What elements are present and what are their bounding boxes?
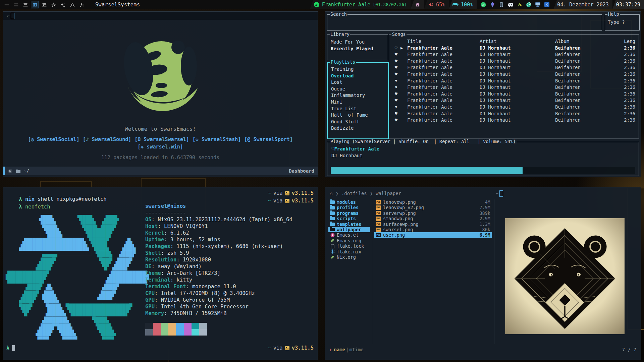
playlist-item-Training[interactable]: Training xyxy=(331,66,385,73)
dir-item-modules[interactable]: modules xyxy=(328,199,370,205)
file-item-swarsel.png[interactable]: PNGswarsel.png86k xyxy=(374,227,492,232)
file-item-user.png[interactable]: PNGuser.png6.9M xyxy=(374,232,492,238)
playlist-item-Inflammatory[interactable]: Inflammatory xyxy=(331,92,385,99)
bluetooth-icon[interactable] xyxy=(544,2,550,8)
workspace-button-六[interactable] xyxy=(50,1,58,8)
heart-filled-icon[interactable]: ♥ xyxy=(392,97,400,104)
openvpn-icon[interactable] xyxy=(517,2,523,8)
heart-filled-icon[interactable]: ♥ xyxy=(392,104,400,111)
dashboard-link-SwarselStash[interactable]: [◇ SwarselStash] xyxy=(193,136,241,142)
playlists-label: Playlists xyxy=(330,60,356,65)
song-row-8[interactable]: ♥Frankfurter AaleDJ HornhautBeifahren2:3… xyxy=(392,91,636,98)
song-row-6[interactable]: ♥Frankfurter AaleDJ HornhautBeifahren2:3… xyxy=(392,78,636,84)
heart-filled-icon[interactable]: ♥ xyxy=(392,78,400,84)
workspace-button-五[interactable] xyxy=(40,1,48,8)
dir-item-wallpaper[interactable]: wallpaper xyxy=(328,227,370,232)
phone-sync-icon[interactable] xyxy=(498,2,504,8)
checkmark-icon[interactable] xyxy=(480,2,486,8)
heart-filled-icon[interactable]: ♥ xyxy=(392,64,400,71)
now-playing-track: Frankfurter Aale xyxy=(322,2,371,8)
workspace-button-九[interactable] xyxy=(78,1,86,8)
song-row-9[interactable]: ♥Frankfurter AaleDJ HornhautBeifahren2:3… xyxy=(392,97,636,104)
song-row-5[interactable]: ♥Frankfurter AaleDJ HornhautBeifahren2:3… xyxy=(392,71,636,78)
song-row-4[interactable]: ♥Frankfurter AaleDJ HornhautBeifahren2:3… xyxy=(392,64,636,71)
date-widget[interactable]: 04. Dezember 2023 xyxy=(553,0,612,9)
sort-primary[interactable]: name xyxy=(334,347,345,352)
terminal-prompt-line[interactable]: λ xyxy=(6,345,15,351)
progress-bar[interactable] xyxy=(331,167,635,174)
song-row-12[interactable]: ♥Frankfurter AaleDJ HornhautBeifahren2:3… xyxy=(392,117,636,124)
file-name: lenovowp_v2.png xyxy=(383,205,424,210)
volume-widget[interactable]: 65% xyxy=(424,0,449,9)
dir-item-programs[interactable]: programs xyxy=(328,210,370,216)
file-item-serverwp.png[interactable]: PNGserverwp.png389k xyxy=(374,210,492,216)
library-item-Recently Played[interactable]: Recently Played xyxy=(331,46,384,52)
discord-icon[interactable] xyxy=(507,2,514,8)
heart-filled-icon[interactable]: ♥ xyxy=(392,91,400,98)
song-row-7[interactable]: ♥Frankfurter AaleDJ HornhautBeifahren2:3… xyxy=(392,84,636,91)
dir-item-flake.nix[interactable]: flake.nix xyxy=(328,249,370,254)
workspace-button-八[interactable] xyxy=(68,1,76,8)
dashboard-link-SwarselSwarsel[interactable]: [Ω SwarselSwarsel] xyxy=(135,136,189,142)
display-icon[interactable] xyxy=(535,2,541,8)
breadcrumb-wallpaper[interactable]: wallpaper xyxy=(376,191,401,196)
library-item-Made For You[interactable]: Made For You xyxy=(331,39,384,46)
item-name: scripts xyxy=(337,216,356,221)
dashboard-link-SwarselSport[interactable]: [@ SwarselSport] xyxy=(244,136,293,142)
sort-secondary[interactable]: mtime xyxy=(350,347,364,352)
heart-filled-icon[interactable]: ♥ xyxy=(392,111,400,117)
playlist-item-Queue[interactable]: Queue xyxy=(331,86,385,93)
heart-filled-icon[interactable]: ♥ xyxy=(392,84,400,91)
search-input[interactable] xyxy=(327,15,602,30)
dir-item-Nix.org[interactable]: Nix.org xyxy=(328,254,370,260)
song-row-10[interactable]: ♥Frankfurter AaleDJ HornhautBeifahren2:3… xyxy=(392,104,636,111)
heart-filled-icon[interactable]: ♥ xyxy=(392,51,400,58)
playlist-item-Lost[interactable]: Lost xyxy=(331,79,385,86)
heart-filled-icon[interactable]: ♥ xyxy=(392,58,400,65)
file-item-lenovowp.png[interactable]: PNGlenovowp.png4M xyxy=(374,199,492,205)
song-row-1[interactable]: ♡▶Frankfurter AaleDJ HornhautBeifahren2:… xyxy=(392,45,636,52)
song-row-3[interactable]: ♥Frankfurter AaleDJ HornhautBeifahren2:3… xyxy=(392,58,636,65)
sort-direction-icon[interactable]: ↑ xyxy=(329,347,332,352)
clock-widget[interactable]: 03:37:29 xyxy=(612,0,644,9)
workspace-button-三[interactable] xyxy=(21,1,30,8)
dir-item-flake.lock[interactable]: flake.lock xyxy=(328,243,370,249)
search-box[interactable]: Search xyxy=(327,14,602,31)
playlist-item-Badizzle[interactable]: Badizzle xyxy=(331,125,385,132)
file-item-surfacewp.png[interactable]: PNGsurfacewp.png1.3M xyxy=(374,222,492,227)
song-album: Beifahren xyxy=(555,51,616,58)
playlist-item-True List[interactable]: True List xyxy=(331,106,385,112)
dir-item-scripts[interactable]: scripts xyxy=(328,216,370,221)
workspace-button-二[interactable] xyxy=(12,1,20,8)
heart-outline-icon[interactable]: ♡ xyxy=(392,45,400,52)
dashboard-link-SwarselSocial[interactable]: [◎ SwarselSocial] xyxy=(28,136,79,142)
song-row-2[interactable]: ♥Frankfurter AaleDJ HornhautBeifahren2:3… xyxy=(392,51,636,58)
playlist-item-Good Stuff[interactable]: Good Stuff xyxy=(331,119,385,125)
syncthing-icon[interactable] xyxy=(526,2,532,8)
item-name: programs xyxy=(337,210,359,216)
workspace-button-七[interactable] xyxy=(59,1,67,8)
dir-item-templates[interactable]: templates xyxy=(328,222,370,227)
dashboard-link-swarsel.win[interactable]: [◈ swarsel.win] xyxy=(138,144,183,150)
heart-filled-icon[interactable]: ♥ xyxy=(392,117,400,124)
now-playing-widget[interactable]: Frankfurter Aale [01:38/02:36] xyxy=(310,0,411,9)
workspace-button-四[interactable] xyxy=(31,1,39,8)
gem-icon[interactable] xyxy=(489,2,495,8)
dir-item-profiles[interactable]: profiles xyxy=(328,205,370,210)
castle-tray-section[interactable] xyxy=(411,0,424,9)
playlist-item-Mini[interactable]: Mini xyxy=(331,99,385,106)
breadcrumb-dotfiles[interactable]: .dotfiles xyxy=(341,191,367,196)
nixos-logo-ascii: ▗▄▄▄ ▗▄▄▄▄ ▄▄▄▖ ▜███▙ ▜███▙ ▟███▛ ▜███▙ … xyxy=(6,212,149,343)
battery-widget[interactable]: 100% xyxy=(449,0,477,9)
dir-item-Emacs.el[interactable]: Emacs.el xyxy=(328,232,370,238)
file-item-standwp.png[interactable]: PNGstandwp.png2.9M xyxy=(374,216,492,221)
dir-item-Emacs.org[interactable]: Emacs.org xyxy=(328,238,370,243)
heart-filled-icon[interactable]: ♥ xyxy=(392,71,400,78)
home-icon[interactable]: ⌂ xyxy=(330,191,332,196)
playlist-item-Overload[interactable]: Overload xyxy=(331,73,385,79)
song-row-11[interactable]: ♥Frankfurter AaleDJ HornhautBeifahren2:3… xyxy=(392,111,636,117)
workspace-button-一[interactable] xyxy=(3,1,11,8)
file-item-lenovowp_v2.png[interactable]: PNGlenovowp_v2.png7.9M xyxy=(374,205,492,210)
dashboard-link-SwarselSound[interactable]: [♪ SwarselSound] xyxy=(83,136,131,142)
playlist-item-Hall of Fame[interactable]: Hall of Fame xyxy=(331,112,385,119)
